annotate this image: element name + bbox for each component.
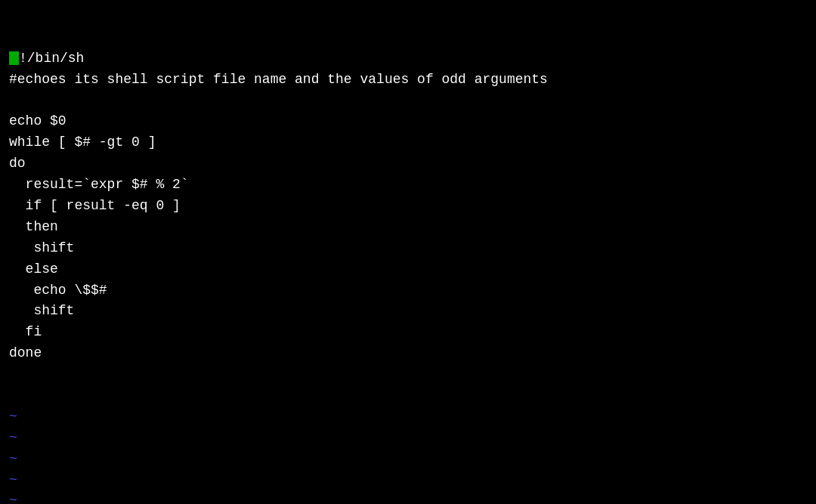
code-content: !/bin/sh #echoes its shell script file n…: [9, 6, 807, 407]
code-line-10: shift: [9, 238, 807, 259]
code-line-4: echo $0: [9, 111, 807, 132]
code-line-5: while [ $# -gt 0 ]: [9, 132, 807, 153]
code-line-1: !/bin/sh: [9, 48, 807, 70]
code-line-6: do: [9, 153, 807, 175]
tilde-section: ~ ~ ~ ~ ~ ~ ~ ~ ~: [9, 407, 807, 504]
code-line-12: echo \$$#: [9, 280, 807, 301]
code-line-11: else: [9, 259, 807, 280]
tilde-5: ~: [9, 490, 807, 504]
cursor: [9, 51, 19, 65]
code-line-13: shift: [9, 301, 807, 322]
tilde-3: ~: [9, 449, 807, 470]
code-line-3: [9, 91, 807, 112]
tilde-4: ~: [9, 470, 807, 491]
code-line-14: fi: [9, 322, 807, 343]
terminal-window: !/bin/sh #echoes its shell script file n…: [0, 0, 816, 504]
tilde-2: ~: [9, 428, 807, 449]
code-line-15: done: [9, 343, 807, 364]
tilde-1: ~: [9, 407, 807, 428]
code-line-8: if [ result -eq 0 ]: [9, 196, 807, 217]
code-line-2: #echoes its shell script file name and t…: [9, 70, 807, 91]
code-line-9: then: [9, 217, 807, 238]
code-line-7: result=`expr $# % 2`: [9, 175, 807, 196]
